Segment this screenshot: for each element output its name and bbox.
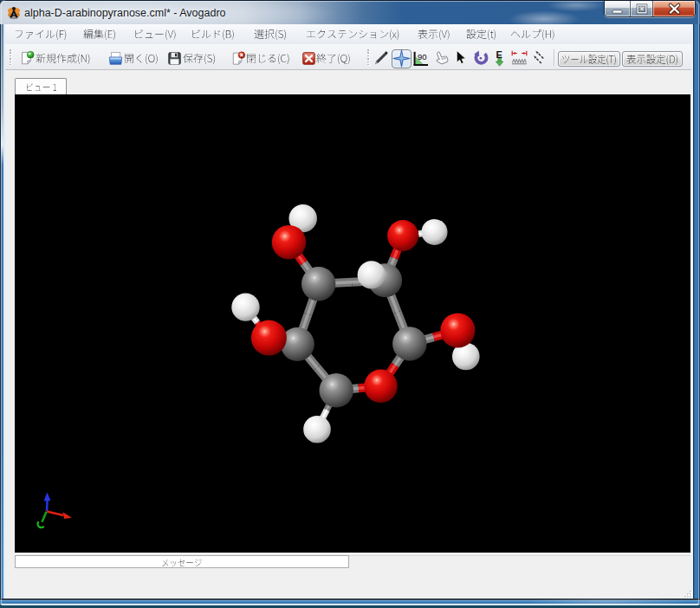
manipulate-tool-button[interactable] <box>431 49 451 68</box>
tool-settings-label: ツール設定(T) <box>561 54 617 66</box>
menu-item-file[interactable]: ファイル(F) <box>14 29 67 41</box>
align-tool-button[interactable] <box>529 49 549 68</box>
gl-viewport[interactable] <box>15 94 690 553</box>
cursor-arrow-icon <box>450 49 470 68</box>
z-axis-arrow <box>42 512 47 522</box>
menu-item-help[interactable]: ヘルプ(H) <box>510 29 555 41</box>
atom-C <box>301 267 335 301</box>
rotate-arrow-icon <box>470 49 490 68</box>
title-bar[interactable]: alpha-D-arabinopyranose.cml* - Avogadro … <box>0 0 700 24</box>
y-axis-arrow <box>47 501 48 511</box>
x-axis-arrowhead <box>62 512 71 519</box>
svg-text:E: E <box>496 49 502 60</box>
save-icon <box>167 51 182 66</box>
toolbar-separator <box>554 49 554 66</box>
menu-item-select[interactable]: 選択(S) <box>254 29 287 41</box>
measure-tool-button[interactable] <box>509 49 529 68</box>
atom-O <box>272 225 306 259</box>
ruler-measure-icon <box>509 49 529 68</box>
atom-H <box>231 293 259 320</box>
atom-O <box>364 370 397 403</box>
new-file-label: 新規作成(N) <box>36 53 91 65</box>
dock-separator <box>349 555 690 556</box>
atom-O <box>251 320 287 356</box>
navigate-tool-button[interactable] <box>392 49 412 68</box>
close-document-icon <box>231 51 246 66</box>
quit-icon <box>301 51 316 66</box>
maximize-icon <box>631 1 653 17</box>
auto-optimize-tool-button[interactable]: E <box>489 49 509 68</box>
axes-gizmo <box>38 493 72 528</box>
save-button[interactable]: 保存(S) <box>163 48 219 68</box>
open-file-button[interactable]: 開く(O) <box>104 48 159 68</box>
close-icon <box>653 1 696 17</box>
open-file-icon <box>108 51 123 66</box>
molecule-ball-and-stick <box>231 204 479 443</box>
align-axes-icon <box>529 49 549 68</box>
y-axis-arrowhead <box>44 493 51 501</box>
atom-O <box>387 220 418 251</box>
atom-H <box>303 416 331 443</box>
toolbar-grip-handle[interactable] <box>10 49 11 65</box>
menu-item-settings[interactable]: 設定(t) <box>466 29 496 41</box>
window-border-bottom <box>0 598 700 605</box>
auto-rotate-tool-button[interactable] <box>470 49 490 68</box>
close-file-label: 閉じる(C) <box>246 53 290 65</box>
pencil-icon <box>371 49 391 68</box>
quit-label: 終了(Q) <box>316 53 351 65</box>
application-window: alpha-D-arabinopyranose.cml* - Avogadro … <box>0 0 700 605</box>
caption-button-group: minimize maximize close <box>604 1 696 17</box>
close-button[interactable]: close <box>652 1 695 16</box>
quit-button[interactable]: 終了(Q) <box>296 48 354 68</box>
close-file-button[interactable]: 閉じる(C) <box>226 48 290 68</box>
minimize-button[interactable]: minimize <box>605 1 630 16</box>
atom-C <box>320 373 353 407</box>
hand-icon <box>431 49 451 68</box>
viewport-scene <box>15 94 690 553</box>
energy-down-icon: E <box>489 49 509 68</box>
minimize-icon <box>605 1 630 17</box>
save-label: 保存(S) <box>183 53 216 65</box>
menu-item-display[interactable]: 表示(V) <box>418 29 450 41</box>
navigate-compass-icon <box>392 49 412 68</box>
atom-C <box>392 327 426 360</box>
window-title: alpha-D-arabinopyranose.cml* - Avogadro <box>24 2 226 24</box>
selection-tool-button[interactable] <box>450 49 470 68</box>
menu-item-extensions[interactable]: エクステンション(x) <box>306 29 399 41</box>
view-tab[interactable]: ビュー 1 <box>15 78 67 94</box>
atom-H <box>422 219 448 245</box>
bond-centric-tool-button[interactable]: 90 <box>411 49 431 68</box>
svg-text:90: 90 <box>418 51 427 61</box>
open-file-label: 開く(O) <box>124 53 159 65</box>
atom-O <box>440 314 475 348</box>
display-settings-label: 表示設定(D) <box>626 54 678 66</box>
x-axis-arrow <box>47 512 63 516</box>
maximize-button[interactable]: maximize <box>630 1 652 16</box>
atom-H <box>358 261 386 288</box>
resize-grip[interactable] <box>684 589 697 598</box>
view-tab-label: ビュー 1 <box>25 82 57 94</box>
client-area: ビュー 1 メッセージ <box>5 70 691 598</box>
message-panel-tab[interactable]: メッセージ <box>15 555 349 568</box>
display-settings-button[interactable]: 表示設定(D) <box>622 51 683 67</box>
toolbar-grip-handle-2[interactable] <box>367 49 369 65</box>
new-document-icon <box>20 51 35 66</box>
menu-item-edit[interactable]: 編集(E) <box>83 29 116 41</box>
window-border-right <box>691 24 700 598</box>
tool-settings-button[interactable]: ツール設定(T) <box>558 51 620 67</box>
message-panel-label: メッセージ <box>161 558 202 569</box>
bond-angle-90-icon: 90 <box>411 49 431 68</box>
menu-item-view[interactable]: ビュー(V) <box>133 29 177 41</box>
new-file-button[interactable]: 新規作成(N) <box>16 48 97 68</box>
menu-item-build[interactable]: ビルド(B) <box>191 29 235 41</box>
avogadro-logo-icon <box>7 6 21 20</box>
draw-tool-button[interactable] <box>371 49 391 68</box>
